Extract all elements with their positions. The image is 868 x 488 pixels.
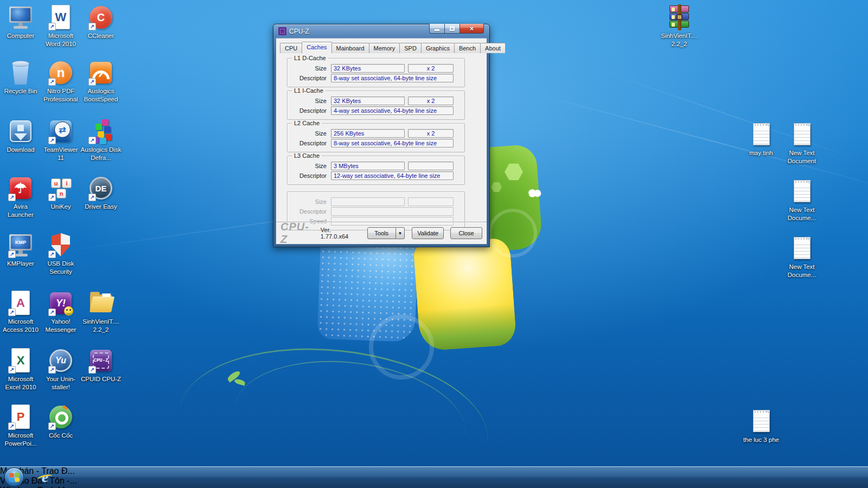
shortcut-arrow-icon	[88, 78, 96, 86]
desktop-icon-new-text-document[interactable]: New Text Document	[781, 121, 822, 165]
shortcut-arrow-icon	[48, 251, 56, 258]
recycle-bin-icon	[8, 60, 34, 86]
size-label: Size	[288, 65, 327, 72]
tab-spd[interactable]: SPD	[399, 43, 422, 53]
maximize-button[interactable]	[444, 24, 460, 34]
wallpaper-ring	[488, 209, 537, 258]
shortcut-arrow-icon	[88, 194, 96, 201]
desktop-icon-driver-easy[interactable]: DE Driver Easy	[80, 175, 122, 211]
desktop-icon-boostspeed[interactable]: Auslogics BoostSpeed	[80, 60, 122, 104]
shortcut-arrow-icon	[8, 251, 16, 258]
window-title: CPU-Z	[289, 28, 309, 35]
desktop-icon-access[interactable]: A Microsoft Access 2010	[0, 290, 41, 334]
smiley-icon	[64, 306, 73, 316]
desktop-icon-teamviewer[interactable]: ⇄ TeamViewer 11	[40, 118, 81, 162]
shortcut-arrow-icon	[8, 422, 16, 430]
group-title: L1 D-Cache	[292, 55, 328, 61]
tools-button[interactable]: Tools	[367, 227, 396, 239]
desktop-icon-the-luc-3-phe[interactable]: the luc 3 phe	[741, 408, 782, 444]
desktop-icon-kmplayer[interactable]: KMP KMPlayer	[0, 232, 41, 268]
text-document-icon	[789, 235, 815, 261]
icon-label: Yahoo! Messenger	[40, 318, 81, 334]
title-bar[interactable]: CPU-Z ×	[276, 24, 487, 38]
icon-label: may tinh	[741, 149, 782, 157]
close-dialog-button[interactable]: Close	[450, 227, 482, 239]
minimize-button[interactable]	[429, 24, 445, 34]
desktop-icon-avira[interactable]: ☂ Avira Launcher	[0, 175, 41, 219]
windows-explorer-button[interactable]	[69, 468, 88, 486]
group-title: L1 I-Cache	[292, 87, 326, 94]
desktop-icon-disk-defrag[interactable]: Auslogics Disk Defra...	[80, 118, 122, 162]
tab-bench[interactable]: Bench	[454, 43, 481, 53]
your-uninstaller-icon: Yu	[48, 348, 74, 374]
shortcut-arrow-icon	[88, 23, 96, 30]
text-document-icon	[748, 121, 774, 147]
desktop-icon-nitro-pdf[interactable]: n Nitro PDF Professional	[40, 60, 81, 104]
icon-label: the luc 3 phe	[741, 436, 782, 444]
l1d-size-field: 32 KBytes	[331, 64, 405, 73]
icon-label: Download	[0, 146, 41, 154]
unikey-icon: u i n	[48, 175, 74, 201]
cpuz-app-icon	[278, 27, 286, 35]
desktop-icon-excel[interactable]: X Microsoft Excel 2010	[0, 348, 41, 391]
desktop-icon-word[interactable]: W Microsoft Word 2010	[40, 4, 81, 48]
descriptor-label: Descriptor	[288, 75, 327, 81]
icon-label: TeamViewer 11	[40, 146, 81, 162]
avira-icon: ☂	[8, 175, 34, 201]
tab-memory[interactable]: Memory	[369, 43, 400, 53]
windows-media-player-button[interactable]	[103, 468, 122, 486]
desktop-icon-ccleaner[interactable]: C CCleaner	[80, 4, 122, 40]
icon-label: Microsoft PowerPoi...	[0, 432, 41, 448]
icon-label: SinhVienIT.... 2.2_2	[80, 318, 122, 334]
validate-button[interactable]: Validate	[412, 227, 444, 239]
text-document-icon	[748, 408, 774, 434]
desktop-icon-usb-disk-security[interactable]: USB Disk Security	[40, 232, 81, 276]
desktop-icon-new-text-document-3[interactable]: New Text Docume...	[781, 235, 822, 279]
icon-label: Microsoft Excel 2010	[0, 375, 41, 391]
close-button[interactable]: ×	[459, 24, 484, 34]
icon-label: Cốc Cốc	[40, 432, 81, 440]
icon-label: New Text Document	[781, 149, 822, 165]
desktop-icon-coccoc[interactable]: Cốc Cốc	[40, 404, 81, 440]
icon-label: Microsoft Word 2010	[40, 32, 81, 48]
taskbar-button-coccoc-1[interactable]: Mua bán - Trao Đ...	[0, 466, 868, 476]
tab-graphics[interactable]: Graphics	[421, 43, 455, 53]
start-button[interactable]	[4, 467, 24, 487]
desktop-icon-sinhvienit-rar[interactable]: SinhVienIT.... 2.2_2	[659, 4, 700, 48]
download-icon	[8, 118, 34, 144]
l1i-count-field: x 2	[408, 97, 454, 105]
desktop-icon-yahoo-messenger[interactable]: Y! Yahoo! Messenger	[40, 290, 81, 334]
internet-explorer-button[interactable]: e	[36, 468, 54, 486]
l3-count-field	[408, 162, 454, 170]
desktop-icon-download[interactable]: Download	[0, 118, 41, 154]
group-title: L3 Cache	[292, 152, 322, 159]
desktop-icon-powerpoint[interactable]: P Microsoft PowerPoi...	[0, 404, 41, 448]
shortcut-arrow-icon	[8, 309, 16, 316]
tab-about[interactable]: About	[480, 43, 506, 53]
desktop-icon-computer[interactable]: Computer	[0, 4, 41, 40]
driver-easy-icon: DE	[88, 175, 114, 201]
tools-dropdown-button[interactable]: ▼	[396, 227, 405, 239]
desktop-icon-cpuid-cpuz[interactable]: CPU-Z CPUID CPU-Z	[80, 348, 122, 383]
shortcut-arrow-icon	[48, 78, 56, 86]
teamviewer-icon: ⇄	[48, 118, 74, 144]
desktop-icon-your-uninstaller[interactable]: Yu Your Unin-staller!	[40, 348, 81, 391]
desktop-icon-unikey[interactable]: u i n UniKey	[40, 175, 81, 211]
descriptor-label-disabled: Descriptor	[288, 208, 327, 215]
nitro-pdf-icon: n	[48, 60, 74, 86]
taskbar-button-task-manager[interactable]: Windows Task M...	[0, 486, 868, 488]
tab-cpu[interactable]: CPU	[280, 43, 302, 53]
icon-label: Auslogics Disk Defra...	[80, 146, 122, 162]
shortcut-arrow-icon	[8, 194, 16, 201]
desktop-icon-sinhvienit-folder[interactable]: SinhVienIT.... 2.2_2	[80, 290, 122, 334]
computer-icon	[8, 4, 34, 30]
tab-caches[interactable]: Caches	[302, 42, 331, 53]
descriptor-label: Descriptor	[288, 172, 327, 179]
desktop-icon-recycle-bin[interactable]: Recycle Bin	[0, 60, 41, 95]
folder-icon	[88, 290, 114, 316]
taskbar-button-coccoc-2[interactable]: Võ Đạo Đan Tôn -...	[0, 476, 868, 486]
desktop-icon-new-text-document-2[interactable]: New Text Docume...	[781, 178, 822, 222]
l1-icache-group: L1 I-Cache Size 32 KBytes x 2 Descriptor…	[287, 91, 465, 120]
tab-mainboard[interactable]: Mainboard	[331, 43, 369, 53]
desktop-icon-may-tinh[interactable]: may tinh	[741, 121, 782, 157]
